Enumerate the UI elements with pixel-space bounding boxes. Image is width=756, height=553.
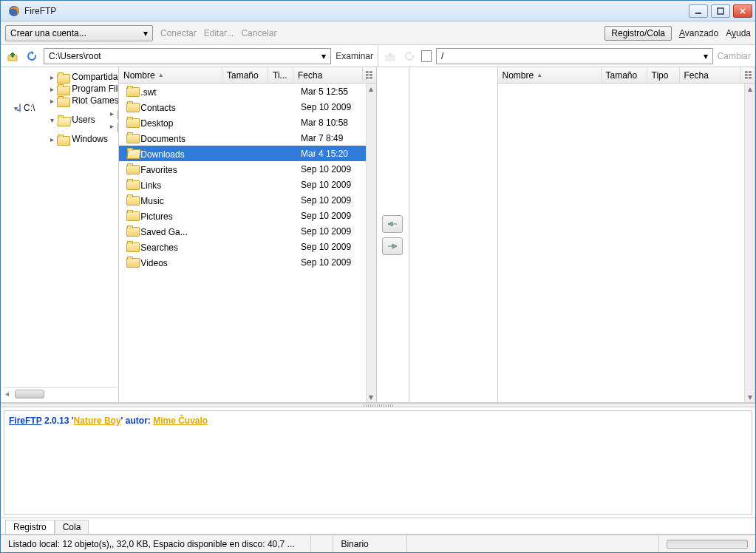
account-dropdown[interactable]: Crear una cuenta... ▾: [5, 25, 153, 41]
status-empty-1: [311, 535, 333, 552]
log-queue-button[interactable]: Registro/Cola: [605, 26, 672, 41]
col-type[interactable]: Tipo: [647, 67, 680, 83]
col-date[interactable]: Fecha: [293, 67, 363, 83]
remote-nav: / ▾ Cambiar: [378, 45, 755, 67]
advanced-menu[interactable]: Avanzado: [679, 28, 718, 38]
tree-horizontal-scrollbar[interactable]: ◄: [4, 387, 117, 399]
log-codename: Nature Boy: [74, 415, 121, 426]
file-date: Mar 4 15:20: [296, 149, 366, 159]
tree-node[interactable]: ▸Compartida: [48, 71, 119, 83]
tree-node-label: Compartida: [70, 72, 119, 82]
col-type[interactable]: Ti...: [268, 67, 293, 83]
folder-icon: [126, 163, 138, 173]
remote-path-dropdown[interactable]: / ▾: [436, 48, 713, 64]
file-row[interactable]: MusicSep 10 2009: [119, 192, 366, 208]
file-row[interactable]: SearchesSep 10 2009: [119, 239, 366, 254]
file-row[interactable]: DesktopMar 8 10:58: [119, 115, 366, 130]
file-row[interactable]: .swtMar 5 12:55: [119, 84, 366, 99]
remote-rows[interactable]: [498, 84, 745, 402]
column-picker-button[interactable]: ☷: [363, 67, 376, 83]
file-row[interactable]: ContactsSep 10 2009: [119, 99, 366, 115]
log-product: FireFTP: [9, 415, 42, 426]
file-row[interactable]: DocumentsMar 7 8:49: [119, 130, 366, 146]
tree-node[interactable]: ▸Program Files: [48, 83, 119, 95]
folder-icon: [126, 257, 138, 266]
transfer-buttons: [377, 67, 409, 402]
col-size[interactable]: Tamaño: [222, 67, 268, 83]
tree-node[interactable]: ▸root: [109, 119, 119, 132]
connect-menu[interactable]: Conectar: [160, 28, 197, 38]
folder-icon: [126, 132, 138, 142]
cancel-menu[interactable]: Cancelar: [241, 28, 276, 38]
twisty-closed-icon[interactable]: ▸: [48, 135, 55, 143]
twisty-open-icon[interactable]: ▾: [48, 116, 55, 124]
tree-node[interactable]: ▸Riot Games: [48, 95, 119, 106]
help-menu[interactable]: Ayuda: [726, 28, 751, 38]
col-date[interactable]: Fecha: [680, 67, 742, 83]
status-empty-2: [407, 535, 659, 552]
local-vertical-scrollbar[interactable]: ▴▾: [366, 84, 376, 402]
upload-button[interactable]: [382, 237, 403, 255]
twisty-closed-icon[interactable]: ▸: [48, 73, 55, 81]
file-date: Sep 10 2009: [296, 226, 366, 237]
local-tree[interactable]: ▾C:\▸Compartida▸Program Files▸Riot Games…: [1, 67, 119, 402]
tab-queue[interactable]: Cola: [55, 520, 89, 534]
file-name: Documents: [140, 134, 185, 144]
file-row[interactable]: PicturesSep 10 2009: [119, 208, 366, 223]
sort-asc-icon: ▲: [158, 72, 164, 78]
folder-icon: [126, 225, 138, 235]
local-rows[interactable]: .swtMar 5 12:55 ContactsSep 10 2009 Desk…: [119, 84, 366, 402]
col-size[interactable]: Tamaño: [602, 67, 647, 83]
file-row[interactable]: LinksSep 10 2009: [119, 177, 366, 192]
file-row[interactable]: DownloadsMar 4 15:20: [119, 146, 366, 161]
file-name: Favorites: [140, 165, 177, 175]
up-folder-button[interactable]: [5, 49, 20, 64]
file-row[interactable]: FavoritesSep 10 2009: [119, 161, 366, 177]
tree-node[interactable]: ▾C:\▸Compartida▸Program Files▸Riot Games…: [14, 70, 117, 146]
minimize-button[interactable]: [689, 4, 708, 18]
twisty-closed-icon[interactable]: ▸: [48, 97, 55, 105]
local-grid-header: Nombre▲ Tamaño Ti... Fecha ☷: [119, 67, 376, 84]
tree-node[interactable]: ▾Users▸Public▸root: [48, 106, 119, 133]
chevron-down-icon: ▾: [143, 28, 148, 38]
twisty-closed-icon[interactable]: ▸: [109, 122, 116, 130]
remote-refresh-button: [402, 49, 417, 64]
maximize-button[interactable]: [711, 4, 730, 18]
tree-node[interactable]: ▸Windows: [48, 133, 119, 145]
titlebar: FireFTP: [1, 1, 755, 21]
folder-icon: [126, 117, 138, 126]
main-toolbar: Crear una cuenta... ▾ Conectar Editar...…: [1, 21, 755, 45]
file-name: Contacts: [140, 103, 175, 113]
tree-node[interactable]: ▸Public: [109, 107, 119, 119]
folder-icon: [57, 72, 69, 82]
tree-node-label: Users: [70, 115, 96, 125]
download-button[interactable]: [382, 215, 403, 233]
remote-vertical-scrollbar[interactable]: ▴▾: [744, 84, 755, 402]
browse-button[interactable]: Examinar: [336, 51, 373, 61]
tab-log[interactable]: Registro: [5, 520, 55, 534]
twisty-closed-icon[interactable]: ▸: [109, 109, 116, 118]
bottom-tabs: Registro Cola: [1, 518, 755, 535]
svg-rect-1: [695, 13, 701, 14]
log-author: Mime Čuvalo: [153, 415, 208, 426]
column-picker-button[interactable]: ☷: [741, 67, 755, 83]
window-title: FireFTP: [24, 6, 689, 16]
file-date: Sep 10 2009: [296, 180, 366, 190]
remote-tree[interactable]: [409, 67, 498, 402]
col-name[interactable]: Nombre▲: [498, 67, 602, 83]
nav-row: C:\Users\root ▾ Examinar / ▾ Cambiar: [1, 45, 755, 67]
edit-menu[interactable]: Editar...: [204, 28, 234, 38]
col-name[interactable]: Nombre▲: [119, 67, 222, 83]
file-date: Mar 8 10:58: [296, 118, 366, 128]
close-button[interactable]: [733, 4, 752, 18]
file-row[interactable]: VideosSep 10 2009: [119, 254, 366, 270]
twisty-closed-icon[interactable]: ▸: [48, 85, 55, 93]
refresh-button[interactable]: [24, 49, 39, 64]
file-name: Pictures: [140, 211, 172, 222]
file-date: Sep 10 2009: [296, 257, 366, 268]
log-body[interactable]: FireFTP 2.0.13 'Nature Boy' autor: Mime …: [4, 410, 752, 515]
local-file-pane: Nombre▲ Tamaño Ti... Fecha ☷ .swtMar 5 1…: [119, 67, 377, 402]
tree-node-label: Program Files: [70, 84, 119, 94]
file-row[interactable]: Saved Ga...Sep 10 2009: [119, 223, 366, 239]
local-path-dropdown[interactable]: C:\Users\root ▾: [44, 48, 331, 64]
